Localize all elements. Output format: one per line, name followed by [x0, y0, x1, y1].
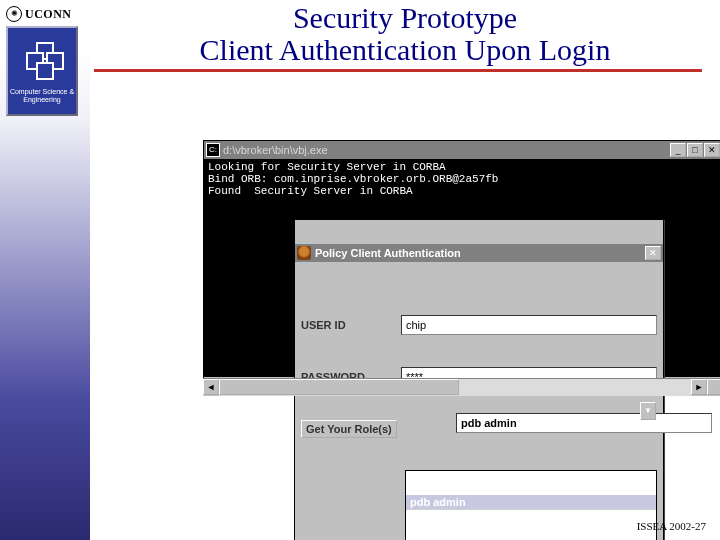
get-roles-button[interactable]: Get Your Role(s): [301, 420, 397, 438]
console-line: Found Security Server in CORBA: [208, 185, 413, 197]
title-line-2: Client Authentication Upon Login: [90, 34, 720, 66]
scroll-left-button[interactable]: ◄: [203, 379, 219, 395]
title-line-1: Security Prototype: [90, 2, 720, 34]
uconn-seal-icon: ✺: [6, 6, 22, 22]
slide-title: Security Prototype Client Authentication…: [90, 0, 720, 72]
close-button[interactable]: ✕: [704, 143, 720, 157]
dialog-close-button[interactable]: ✕: [645, 246, 661, 260]
console-body: Looking for Security Server in CORBA Bin…: [204, 159, 720, 377]
dept-logo: Computer Science & Engineering: [6, 26, 78, 116]
left-sidebar: ✺ UCONN Computer Science & Engineering: [0, 0, 90, 540]
scroll-thumb[interactable]: [219, 379, 459, 395]
minimize-button[interactable]: _: [670, 143, 686, 157]
cubes-icon: [22, 42, 62, 82]
uconn-badge: ✺ UCONN: [6, 6, 72, 22]
scroll-right-button[interactable]: ►: [691, 379, 707, 395]
list-item[interactable]: udb admin: [406, 534, 656, 540]
user-id-input[interactable]: [401, 315, 657, 335]
console-title: d:\vbroker\bin\vbj.exe: [223, 144, 670, 156]
list-item[interactable]: pdb admin: [406, 495, 656, 510]
dialog-titlebar[interactable]: Policy Client Authentication ✕: [295, 244, 663, 262]
dept-label: Computer Science & Engineering: [8, 88, 76, 103]
java-cup-icon: [297, 246, 311, 260]
dialog-title: Policy Client Authentication: [315, 247, 645, 259]
user-id-label: USER ID: [301, 319, 401, 331]
horizontal-scrollbar[interactable]: ◄ ►: [203, 378, 720, 396]
chevron-down-icon[interactable]: ▼: [640, 402, 656, 420]
console-titlebar[interactable]: C: d:\vbroker\bin\vbj.exe _ □ ✕: [204, 141, 720, 159]
scroll-corner: [707, 379, 720, 395]
uconn-label: UCONN: [25, 7, 72, 22]
console-window: C: d:\vbroker\bin\vbj.exe _ □ ✕ Looking …: [203, 140, 720, 396]
title-rule: [94, 69, 702, 72]
screenshot-region: C: d:\vbroker\bin\vbj.exe _ □ ✕ Looking …: [203, 140, 720, 396]
role-combo[interactable]: [456, 413, 712, 433]
console-line: Bind ORB: com.inprise.vbroker.orb.ORB@2a…: [208, 173, 498, 185]
main-area: Security Prototype Client Authentication…: [90, 0, 720, 540]
dialog-body: USER ID PASSWORD Get Your Role(s): [295, 286, 663, 540]
role-dropdown-list: pdb admin udb admin: [405, 470, 657, 540]
msdos-icon: C:: [206, 143, 220, 157]
slide: ✺ UCONN Computer Science & Engineering S…: [0, 0, 720, 540]
scroll-track[interactable]: [219, 379, 691, 396]
console-line: Looking for Security Server in CORBA: [208, 161, 446, 173]
maximize-button[interactable]: □: [687, 143, 703, 157]
slide-footer: ISSEA 2002-27: [637, 520, 706, 532]
